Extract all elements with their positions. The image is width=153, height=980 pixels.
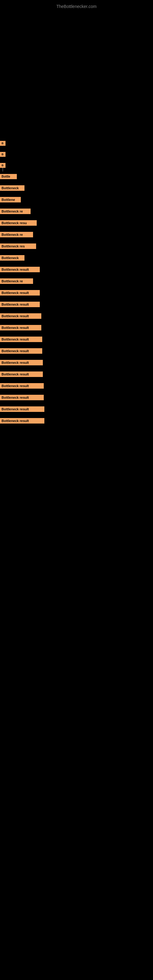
bottleneck-result-label[interactable]: Bottleneck	[0, 185, 24, 191]
list-item: Bottleneck	[0, 255, 153, 261]
list-item: Bottleneck result	[0, 383, 153, 389]
bottleneck-result-label[interactable]: Bottleneck res	[0, 243, 36, 249]
bottleneck-result-label[interactable]: Bottleneck result	[0, 267, 40, 272]
row-spacer	[0, 261, 153, 267]
bottleneck-result-label[interactable]: Bottleneck result	[0, 302, 40, 307]
bottleneck-result-label[interactable]: Bottleneck result	[0, 337, 42, 342]
list-item: Bottleneck result	[0, 418, 153, 423]
site-title-text: TheBottlenecker.com	[56, 4, 97, 9]
row-spacer	[0, 180, 153, 185]
row-spacer	[0, 215, 153, 220]
bottleneck-result-label[interactable]: B	[0, 152, 5, 157]
bottleneck-result-label[interactable]: Bottleneck resu	[0, 220, 37, 226]
list-item: Bottle	[0, 174, 153, 179]
row-spacer	[0, 285, 153, 290]
row-spacer	[0, 273, 153, 278]
list-item: Bottleneck result	[0, 325, 153, 331]
list-item: Bottleneck re	[0, 278, 153, 284]
bottleneck-result-label[interactable]: Bottleneck result	[0, 406, 45, 412]
bottleneck-result-label[interactable]: Bottleneck	[0, 255, 24, 261]
row-spacer	[0, 158, 153, 163]
bottleneck-result-label[interactable]: Bottleneck result	[0, 325, 41, 331]
list-item: Bottleneck re	[0, 232, 153, 237]
list-item: B	[0, 152, 153, 157]
bottleneck-result-label[interactable]: Bottleneck re	[0, 232, 33, 237]
row-spacer	[0, 343, 153, 348]
row-spacer	[0, 203, 153, 208]
row-spacer	[0, 412, 153, 418]
bottleneck-result-label[interactable]: Bottleneck result	[0, 313, 41, 319]
list-item: Bottleneck result	[0, 360, 153, 365]
bottleneck-result-label[interactable]: Bottleneck result	[0, 290, 40, 296]
row-spacer	[0, 366, 153, 371]
row-spacer	[0, 296, 153, 302]
list-item: Bottleneck result	[0, 395, 153, 400]
list-item: Bottleneck result	[0, 348, 153, 354]
list-item: B	[0, 163, 153, 168]
row-spacer	[0, 354, 153, 360]
row-spacer	[0, 250, 153, 255]
bottleneck-result-label[interactable]: Bottleneck result	[0, 360, 43, 365]
bottleneck-result-label[interactable]: Bottleneck result	[0, 383, 44, 389]
bottleneck-result-label[interactable]: Bottleneck re	[0, 208, 30, 214]
list-item: Bottleneck re	[0, 208, 153, 214]
bottleneck-result-label[interactable]: Bottleneck result	[0, 371, 43, 377]
bottleneck-result-label[interactable]: Bottleneck result	[0, 395, 44, 400]
list-item: Bottleneck resu	[0, 220, 153, 226]
list-item: B	[0, 141, 153, 146]
row-spacer	[0, 331, 153, 337]
bottleneck-result-label[interactable]: B	[0, 163, 5, 168]
row-spacer	[0, 169, 153, 174]
row-spacer	[0, 308, 153, 313]
bottleneck-result-label[interactable]: Bottleneck re	[0, 278, 33, 284]
row-spacer	[0, 191, 153, 197]
bottleneck-result-label[interactable]: Bottlene	[0, 197, 21, 202]
bottleneck-result-label[interactable]: Bottleneck result	[0, 418, 45, 423]
list-item: Bottleneck result	[0, 337, 153, 342]
row-spacer	[0, 320, 153, 325]
site-title: TheBottlenecker.com	[0, 2, 153, 11]
bottleneck-result-label[interactable]: B	[0, 141, 5, 146]
row-spacer	[0, 401, 153, 406]
list-item: Bottleneck result	[0, 406, 153, 412]
row-spacer	[0, 226, 153, 232]
list-item: Bottleneck result	[0, 267, 153, 272]
bottleneck-items-container: BBBBottleBottleneckBottleneBottleneck re…	[0, 141, 153, 424]
row-spacer	[0, 389, 153, 395]
list-item: Bottleneck result	[0, 290, 153, 296]
list-item: Bottleneck result	[0, 313, 153, 319]
list-item: Bottlene	[0, 197, 153, 202]
row-spacer	[0, 378, 153, 383]
row-spacer	[0, 238, 153, 243]
bottleneck-result-label[interactable]: Bottleneck result	[0, 348, 42, 354]
list-item: Bottleneck res	[0, 243, 153, 249]
list-item: Bottleneck result	[0, 371, 153, 377]
list-item: Bottleneck result	[0, 302, 153, 307]
bottleneck-result-label[interactable]: Bottle	[0, 174, 17, 179]
list-item: Bottleneck	[0, 185, 153, 191]
row-spacer	[0, 146, 153, 152]
